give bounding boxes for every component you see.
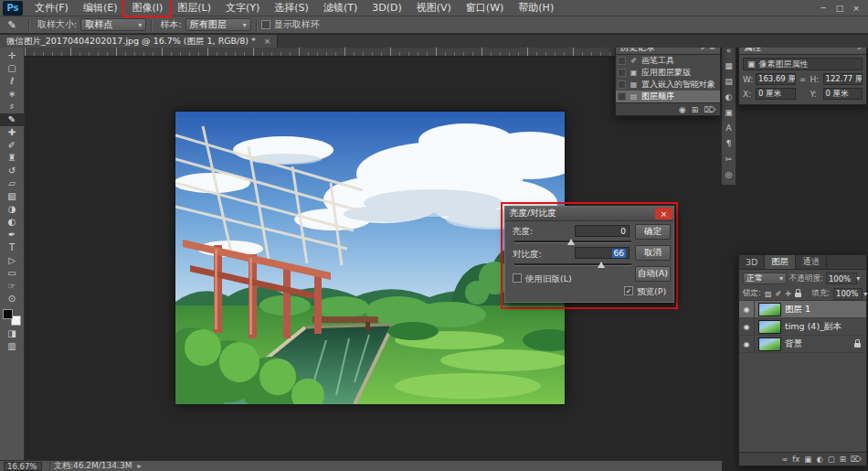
layer-thumbnail[interactable] <box>758 320 781 334</box>
styles-panel-icon[interactable]: ▣ <box>725 105 733 121</box>
lasso-tool[interactable]: ℓ <box>0 75 25 88</box>
blend-mode-select[interactable]: 正常 ▾ <box>743 273 787 284</box>
visibility-eye-icon[interactable]: ◉ <box>739 301 755 317</box>
layer-row-timg-copy[interactable]: ◉ timg (4)_副本 <box>739 318 866 336</box>
minimize-button[interactable]: ─ <box>815 4 831 13</box>
brightness-slider-thumb[interactable] <box>567 239 575 245</box>
sample-select[interactable]: 所有图层 ▾ <box>185 18 251 31</box>
auto-button[interactable]: 自动(A) <box>635 266 671 282</box>
height-field[interactable]: 122.77 厘米 <box>823 73 863 85</box>
tab-channels[interactable]: 通道 <box>796 255 827 269</box>
status-arrow-icon[interactable]: ▸ <box>137 462 141 470</box>
dialog-title-bar[interactable]: 亮度/对比度 × <box>505 207 673 221</box>
eraser-tool[interactable]: ▱ <box>0 177 25 190</box>
history-source-box[interactable] <box>618 92 626 101</box>
link-layers-icon[interactable]: ∞ <box>781 455 788 464</box>
healing-brush-tool[interactable]: ✚ <box>0 126 25 139</box>
visibility-eye-icon[interactable]: ◉ <box>739 336 755 352</box>
menu-edit[interactable]: 编辑(E) <box>76 0 125 16</box>
zoom-tool[interactable]: ⊙ <box>0 293 25 305</box>
history-source-box[interactable] <box>618 69 626 77</box>
history-brush-tool[interactable]: ↺ <box>0 165 25 177</box>
link-dimensions-icon[interactable]: ∞ <box>798 75 809 84</box>
x-field[interactable]: 0 厘米 <box>756 88 796 100</box>
gradient-tool[interactable]: ▧ <box>0 190 25 203</box>
brightness-input[interactable]: 0 <box>575 225 630 237</box>
history-item-selected[interactable]: ▤ 图层顺序 <box>616 91 720 102</box>
lock-pixels-icon[interactable]: ✐ <box>775 290 781 298</box>
clone-stamp-tool[interactable]: ♜ <box>0 152 25 165</box>
eyedropper-tool[interactable]: ✎ <box>0 113 25 126</box>
zoom-level-field[interactable]: 16.67% <box>4 462 42 471</box>
close-button[interactable]: × <box>848 4 864 13</box>
menu-image[interactable]: 图像(I) <box>124 0 170 16</box>
hand-tool[interactable]: ☞ <box>0 280 25 293</box>
pen-tool[interactable]: ✒ <box>0 229 25 241</box>
new-layer-icon[interactable]: ⊞ <box>840 455 846 464</box>
y-field[interactable]: 0 厘米 <box>823 88 863 100</box>
menu-filter[interactable]: 滤镜(T) <box>316 0 365 16</box>
path-selection-tool[interactable]: ▷ <box>0 254 25 267</box>
preview-checkbox[interactable]: ✓ <box>624 286 633 295</box>
brush-tool[interactable]: ✐ <box>0 139 25 152</box>
sphere-icon[interactable]: ◎ <box>725 167 733 183</box>
menu-type[interactable]: 文字(Y) <box>218 0 267 16</box>
adjustment-layer-icon[interactable]: ◐ <box>816 455 822 464</box>
tab-close-icon[interactable]: × <box>264 37 271 46</box>
crop-tool[interactable]: ♯ <box>0 101 25 113</box>
color-panel-icon[interactable]: ▦ <box>725 59 733 74</box>
eyedropper-tool-icon[interactable]: ✎ <box>0 19 24 31</box>
swatches-panel-icon[interactable]: ▤ <box>725 74 733 90</box>
character-panel-icon[interactable]: A <box>725 121 731 136</box>
dialog-close-button[interactable]: × <box>655 208 672 219</box>
add-mask-icon[interactable]: ▣ <box>804 455 811 464</box>
document-tab[interactable]: 微信图片_20170404202017.jpg @ 16.7% (图层 1, R… <box>0 35 278 48</box>
layer-thumbnail[interactable] <box>758 337 781 351</box>
new-group-icon[interactable]: ▢ <box>828 455 835 464</box>
history-item[interactable]: ▦ 置入嵌入的智能对象 <box>616 79 720 91</box>
menu-window[interactable]: 窗口(W) <box>459 0 511 16</box>
contrast-input[interactable]: 66 <box>575 247 630 259</box>
tab-3d[interactable]: 3D <box>739 255 765 269</box>
menu-file[interactable]: 文件(F) <box>27 0 76 16</box>
visibility-eye-icon[interactable]: ◉ <box>739 318 755 335</box>
brightness-slider[interactable] <box>514 241 631 243</box>
scissors-icon[interactable]: ✂ <box>725 152 733 167</box>
use-legacy-checkbox[interactable] <box>513 273 522 283</box>
type-tool[interactable]: T <box>0 241 25 254</box>
paragraph-panel-icon[interactable]: ¶ <box>726 136 732 152</box>
menu-select[interactable]: 选择(S) <box>267 0 316 16</box>
history-source-box[interactable] <box>618 80 626 89</box>
menu-3d[interactable]: 3D(D) <box>365 1 409 15</box>
new-document-from-state-icon[interactable]: ⊞ <box>692 105 699 114</box>
blur-tool[interactable]: ◑ <box>0 203 25 216</box>
menu-layer[interactable]: 图层(L) <box>170 0 218 16</box>
layer-thumbnail[interactable] <box>758 303 781 316</box>
marquee-tool[interactable]: ▢ <box>0 62 25 75</box>
delete-state-icon[interactable]: ⌦ <box>704 105 715 114</box>
foreground-color-swatch[interactable] <box>3 309 13 319</box>
ok-button[interactable]: 确定 <box>635 224 671 240</box>
color-swatches[interactable] <box>3 309 21 326</box>
magic-wand-tool[interactable]: ∗ <box>0 88 25 101</box>
layer-style-icon[interactable]: fx <box>792 455 799 464</box>
show-ring-checkbox[interactable] <box>261 20 270 29</box>
history-item[interactable]: ✐ 画笔工具 <box>616 55 720 67</box>
layer-row-background[interactable]: ◉ 背景 <box>739 336 866 353</box>
menu-help[interactable]: 帮助(H) <box>511 0 561 16</box>
cancel-button[interactable]: 取消 <box>635 245 671 261</box>
history-source-box[interactable] <box>618 57 626 65</box>
delete-layer-icon[interactable]: ⌦ <box>851 455 862 464</box>
lock-position-icon[interactable]: ✛ <box>785 290 791 298</box>
lock-transparency-icon[interactable]: ▨ <box>765 290 772 298</box>
lock-all-icon[interactable] <box>795 293 801 297</box>
layer-row-layer1[interactable]: ◉ 图层 1 <box>739 301 866 318</box>
sample-size-select[interactable]: 取样点 ▾ <box>80 18 146 31</box>
adjustments-panel-icon[interactable]: ◐ <box>725 90 733 105</box>
snapshot-camera-icon[interactable]: ◉ <box>679 105 686 114</box>
dodge-tool[interactable]: ◐ <box>0 216 25 229</box>
menu-view[interactable]: 视图(V) <box>409 0 459 16</box>
tab-layers[interactable]: 图层 <box>765 255 796 269</box>
screen-mode-button[interactable]: ▥ <box>0 340 25 353</box>
quick-mask-button[interactable]: ◨ <box>0 327 25 340</box>
